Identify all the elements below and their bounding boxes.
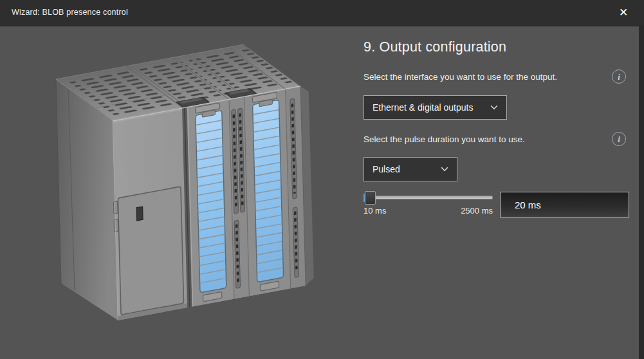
close-icon[interactable]: ✕ [616,5,631,21]
wizard-window: Wizard: BLOB presence control ✕ [0,0,644,359]
plc-front-face [111,86,306,320]
pulse-duration-slider[interactable] [363,190,493,206]
info-glyph: i [618,73,620,81]
window-title: Wizard: BLOB presence control [12,8,128,17]
interface-label: Select the interface you want to use for… [363,72,557,82]
pulse-mode-dropdown-value: Pulsed [373,164,400,174]
interface-dropdown-value: Ethernet & digital outputs [373,102,473,113]
info-glyph: i [618,135,620,143]
pulse-duration-value-input[interactable]: 20 ms [500,192,629,217]
slider-track[interactable] [363,196,493,199]
step-heading: 9. Output configuration [363,39,506,55]
titlebar: Wizard: BLOB presence control ✕ [0,0,644,26]
info-icon[interactable]: i [612,69,626,84]
slider-handle[interactable] [365,191,376,205]
info-icon[interactable]: i [612,132,626,146]
pulse-label: Select the pulse duration you want to us… [363,134,525,144]
window-edge-strip [639,26,644,359]
slider-max-label: 2500 ms [363,206,493,216]
plc-illustration [39,39,335,335]
chevron-down-icon [490,105,498,110]
pulse-duration-value: 20 ms [515,199,541,210]
interface-dropdown[interactable]: Ethernet & digital outputs [363,95,507,120]
pulse-mode-dropdown[interactable]: Pulsed [363,157,457,181]
chevron-down-icon [441,167,448,172]
